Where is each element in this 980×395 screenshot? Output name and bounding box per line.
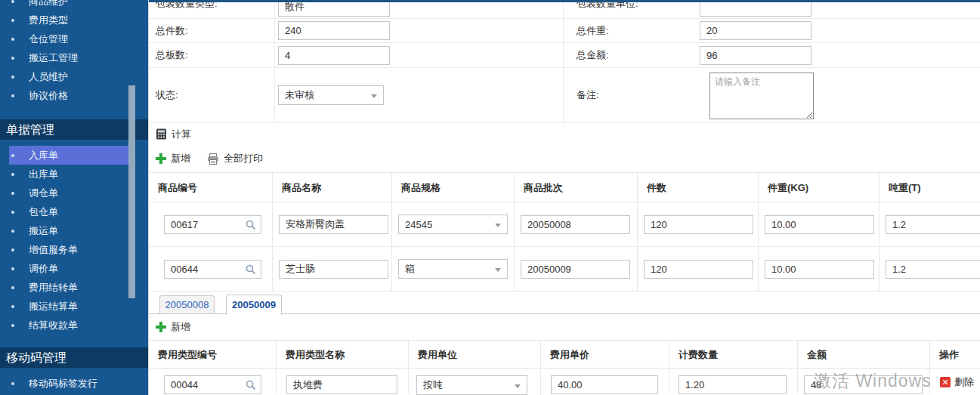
piece-weight-input[interactable] (765, 260, 874, 279)
calculate-button[interactable]: 计算 (156, 128, 191, 141)
bullet-icon (11, 382, 14, 385)
bullet-icon (11, 248, 14, 252)
total-piece-weight-input[interactable] (700, 21, 812, 40)
bullet-icon (11, 76, 14, 79)
chevron-down-icon (495, 268, 501, 272)
sidebar-item-price-adjust-order[interactable]: 调价单 (0, 259, 148, 278)
add-fee-button-label: 新增 (171, 320, 190, 334)
summary-form: 包装数量类型: 包装数量单位: 总件数: 总件重: 总板数: 总金额: 状态: (149, 2, 980, 123)
plus-icon (156, 153, 166, 164)
sidebar-item-personnel-maintenance[interactable]: 人员维护 (0, 67, 148, 86)
bullet-icon (11, 305, 14, 308)
clipped-left-input[interactable] (278, 2, 390, 17)
status-select[interactable]: 未审核 (278, 85, 384, 105)
bullet-icon (11, 267, 14, 270)
add-item-button[interactable]: 新增 (156, 152, 190, 165)
product-name-input[interactable] (279, 215, 388, 234)
bullet-icon (11, 57, 14, 60)
col-header-piece-count: 件数 (638, 173, 759, 202)
print-all-button[interactable]: 全部打印 (207, 152, 263, 165)
sidebar-item-settlement-receipt-order[interactable]: 结算收款单 (0, 316, 148, 335)
clipped-right-label: 包装数量单位: (577, 2, 638, 11)
product-name-input[interactable] (279, 260, 388, 279)
product-code-searchbox (149, 260, 261, 279)
sidebar-item-value-added-service-order[interactable]: 增值服务单 (0, 240, 148, 259)
col-header-fee-quantity: 计费数量 (669, 341, 798, 368)
total-amount-input[interactable] (700, 46, 812, 65)
product-batch-input[interactable] (521, 215, 630, 234)
sidebar-item-fee-type[interactable]: 费用类型 (0, 11, 148, 29)
fee-quantity-input[interactable] (679, 375, 787, 394)
fee-unit-select[interactable]: 按吨 (416, 375, 527, 395)
col-header-amount: 金额 (798, 341, 930, 368)
sidebar-section-mobile-code-management: 移动码管理 (0, 347, 148, 368)
items-table-header: 商品编号 商品名称 商品规格 商品批次 件数 件重(KG) 吨重(T) (149, 172, 980, 202)
search-icon[interactable] (246, 380, 256, 390)
bullet-icon (11, 211, 14, 214)
calc-toolbar: 计算 (149, 123, 191, 145)
product-batch-input[interactable] (521, 260, 630, 279)
sidebar-item-inbound-order[interactable]: 入库单 (0, 146, 148, 165)
total-pieces-label: 总件数: (156, 24, 188, 38)
calculate-button-label: 计算 (172, 128, 191, 141)
add-item-button-label: 新增 (171, 152, 190, 165)
product-spec-select[interactable]: 24545 (398, 214, 508, 234)
tab-batch-20050009[interactable]: 20050009 (226, 295, 282, 315)
sidebar-item-fee-carryover-order[interactable]: 费用结转单 (0, 278, 148, 297)
delete-icon: ✕ (940, 377, 951, 387)
sidebar-item-handling-settlement-order[interactable]: 搬运结算单 (0, 297, 148, 316)
col-header-product-code: 商品编号 (149, 173, 273, 202)
sidebar-item-mobile-code-label-issue[interactable]: 移动码标签发行 (0, 374, 148, 393)
remark-textarea[interactable] (709, 73, 814, 119)
col-header-fee-type-code: 费用类型编号 (149, 341, 277, 368)
sidebar-section-document-management: 单据管理 (0, 119, 148, 140)
remark-label: 备注: (577, 88, 599, 102)
bullet-icon (11, 0, 14, 3)
piece-weight-input[interactable] (765, 215, 874, 234)
clipped-right-input[interactable] (700, 2, 812, 17)
chevron-down-icon (515, 384, 521, 388)
add-fee-button[interactable]: 新增 (156, 320, 190, 334)
search-icon[interactable] (246, 220, 256, 230)
product-spec-value: 箱 (405, 262, 415, 276)
sidebar-item-outbound-order[interactable]: 出库单 (0, 165, 148, 184)
sidebar-item-warehouse-package-order[interactable]: 包仓单 (0, 202, 148, 221)
delete-button-label: 删除 (954, 375, 974, 389)
total-pieces-input[interactable] (278, 21, 390, 40)
chevron-down-icon (495, 224, 501, 227)
sidebar-item-porter-management[interactable]: 搬运工管理 (0, 48, 148, 67)
search-icon[interactable] (246, 264, 256, 275)
col-header-ton-weight: 吨重(T) (880, 173, 980, 202)
bullet-icon (11, 19, 14, 22)
ton-weight-input[interactable] (886, 215, 980, 234)
sidebar-item-bin-management[interactable]: 仓位管理 (0, 29, 148, 48)
ton-weight-input[interactable] (886, 260, 980, 279)
col-header-fee-price: 费用单价 (541, 341, 669, 368)
bullet-icon (11, 324, 14, 327)
sidebar-item-handling-order[interactable]: 搬运单 (0, 221, 148, 240)
items-table: 商品编号 商品名称 商品规格 商品批次 件数 件重(KG) 吨重(T) (149, 172, 980, 292)
form-row-status-remark: 状态: 未审核 备注: (149, 68, 980, 123)
sidebar-item-product-maintenance[interactable]: 商品维护 (0, 0, 148, 11)
product-spec-select[interactable]: 箱 (398, 259, 508, 279)
calculator-icon (156, 128, 167, 140)
delete-row-button[interactable]: ✕ 删除 (940, 375, 974, 389)
fee-amount-input[interactable] (804, 375, 923, 394)
form-row-clipped: 包装数量类型: 包装数量单位: (149, 2, 980, 19)
tab-batch-20050008[interactable]: 20050008 (159, 295, 215, 314)
chevron-down-icon (371, 94, 377, 98)
total-piece-weight-label: 总件重: (577, 24, 609, 38)
fees-toolbar: 新增 (149, 314, 190, 340)
product-code-searchbox (149, 215, 261, 234)
sidebar-item-agreement-price[interactable]: 协议价格 (0, 86, 148, 105)
piece-count-input[interactable] (644, 260, 753, 279)
bullet-icon (11, 173, 14, 176)
fee-code-searchbox (149, 375, 261, 394)
fee-name-input[interactable] (286, 375, 397, 394)
fee-price-input[interactable] (551, 375, 658, 394)
total-pallets-input[interactable] (278, 46, 390, 65)
sidebar-item-transfer-order[interactable]: 调仓单 (0, 184, 148, 202)
piece-count-input[interactable] (644, 215, 753, 234)
sidebar-scrollbar[interactable] (128, 85, 135, 298)
items-toolbar: 新增 全部打印 (149, 145, 263, 172)
